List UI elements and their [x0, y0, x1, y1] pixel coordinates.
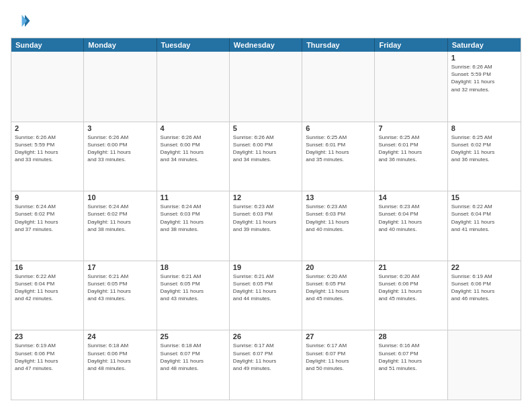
calendar-cell: 21Sunrise: 6:20 AM Sunset: 6:06 PM Dayli… — [375, 261, 447, 330]
calendar-cell — [84, 52, 157, 122]
calendar-cell — [375, 52, 447, 122]
calendar-cell: 15Sunrise: 6:22 AM Sunset: 6:04 PM Dayli… — [448, 191, 521, 261]
calendar-cell: 14Sunrise: 6:23 AM Sunset: 6:04 PM Dayli… — [375, 191, 447, 261]
day-info: Sunrise: 6:25 AM Sunset: 6:02 PM Dayligh… — [451, 134, 517, 164]
calendar-cell: 23Sunrise: 6:19 AM Sunset: 6:06 PM Dayli… — [11, 330, 84, 400]
calendar-cell: 4Sunrise: 6:26 AM Sunset: 6:00 PM Daylig… — [157, 122, 230, 191]
day-info: Sunrise: 6:20 AM Sunset: 6:05 PM Dayligh… — [306, 273, 371, 303]
calendar-row: 1Sunrise: 6:26 AM Sunset: 5:59 PM Daylig… — [11, 52, 521, 122]
day-number: 10 — [87, 193, 152, 201]
day-info: Sunrise: 6:23 AM Sunset: 6:04 PM Dayligh… — [378, 203, 443, 233]
weekday-header: Wednesday — [230, 38, 302, 52]
calendar-row: 16Sunrise: 6:22 AM Sunset: 6:04 PM Dayli… — [11, 261, 521, 330]
calendar-header: SundayMondayTuesdayWednesdayThursdayFrid… — [11, 38, 521, 52]
day-number: 27 — [306, 332, 371, 340]
calendar-cell — [302, 52, 375, 122]
calendar-row: 2Sunrise: 6:26 AM Sunset: 5:59 PM Daylig… — [11, 122, 521, 191]
day-info: Sunrise: 6:21 AM Sunset: 6:05 PM Dayligh… — [161, 273, 226, 303]
weekday-header: Sunday — [11, 38, 84, 52]
day-info: Sunrise: 6:24 AM Sunset: 6:03 PM Dayligh… — [161, 203, 226, 233]
day-info: Sunrise: 6:25 AM Sunset: 6:01 PM Dayligh… — [306, 134, 371, 164]
day-number: 9 — [15, 193, 80, 201]
day-number: 19 — [233, 263, 298, 271]
calendar-cell: 12Sunrise: 6:23 AM Sunset: 6:03 PM Dayli… — [230, 191, 302, 261]
day-info: Sunrise: 6:21 AM Sunset: 6:05 PM Dayligh… — [233, 273, 298, 303]
day-info: Sunrise: 6:23 AM Sunset: 6:03 PM Dayligh… — [233, 203, 298, 233]
logo — [11, 11, 34, 31]
calendar-cell — [157, 52, 230, 122]
day-info: Sunrise: 6:20 AM Sunset: 6:06 PM Dayligh… — [378, 273, 443, 303]
day-info: Sunrise: 6:18 AM Sunset: 6:07 PM Dayligh… — [161, 342, 226, 372]
day-number: 1 — [451, 54, 517, 62]
weekday-header: Tuesday — [157, 38, 230, 52]
calendar-cell: 24Sunrise: 6:18 AM Sunset: 6:06 PM Dayli… — [84, 330, 157, 400]
day-number: 20 — [306, 263, 371, 271]
calendar-cell: 9Sunrise: 6:24 AM Sunset: 6:02 PM Daylig… — [11, 191, 84, 261]
calendar-cell: 11Sunrise: 6:24 AM Sunset: 6:03 PM Dayli… — [157, 191, 230, 261]
calendar-cell: 3Sunrise: 6:26 AM Sunset: 6:00 PM Daylig… — [84, 122, 157, 191]
calendar-cell: 13Sunrise: 6:23 AM Sunset: 6:03 PM Dayli… — [302, 191, 375, 261]
day-number: 15 — [451, 193, 517, 201]
day-info: Sunrise: 6:16 AM Sunset: 6:07 PM Dayligh… — [378, 342, 443, 372]
day-info: Sunrise: 6:26 AM Sunset: 6:00 PM Dayligh… — [87, 134, 152, 164]
day-number: 24 — [87, 332, 152, 340]
day-number: 2 — [15, 124, 80, 132]
day-info: Sunrise: 6:19 AM Sunset: 6:06 PM Dayligh… — [451, 273, 517, 303]
day-number: 4 — [161, 124, 226, 132]
calendar-cell — [230, 52, 302, 122]
calendar-cell: 17Sunrise: 6:21 AM Sunset: 6:05 PM Dayli… — [84, 261, 157, 330]
day-info: Sunrise: 6:17 AM Sunset: 6:07 PM Dayligh… — [306, 342, 371, 372]
day-number: 26 — [233, 332, 298, 340]
day-number: 23 — [15, 332, 80, 340]
day-number: 7 — [378, 124, 443, 132]
day-number: 12 — [233, 193, 298, 201]
calendar-cell: 10Sunrise: 6:24 AM Sunset: 6:02 PM Dayli… — [84, 191, 157, 261]
day-info: Sunrise: 6:24 AM Sunset: 6:02 PM Dayligh… — [87, 203, 152, 233]
calendar-cell: 28Sunrise: 6:16 AM Sunset: 6:07 PM Dayli… — [375, 330, 447, 400]
calendar-row: 9Sunrise: 6:24 AM Sunset: 6:02 PM Daylig… — [11, 191, 521, 261]
day-number: 22 — [451, 263, 517, 271]
day-number: 14 — [378, 193, 443, 201]
day-info: Sunrise: 6:18 AM Sunset: 6:06 PM Dayligh… — [87, 342, 152, 372]
calendar-cell: 2Sunrise: 6:26 AM Sunset: 5:59 PM Daylig… — [11, 122, 84, 191]
day-info: Sunrise: 6:23 AM Sunset: 6:03 PM Dayligh… — [306, 203, 371, 233]
calendar-cell: 16Sunrise: 6:22 AM Sunset: 6:04 PM Dayli… — [11, 261, 84, 330]
day-info: Sunrise: 6:22 AM Sunset: 6:04 PM Dayligh… — [451, 203, 517, 233]
header — [11, 11, 521, 31]
day-number: 28 — [378, 332, 443, 340]
calendar-cell: 5Sunrise: 6:26 AM Sunset: 6:00 PM Daylig… — [230, 122, 302, 191]
day-info: Sunrise: 6:26 AM Sunset: 5:59 PM Dayligh… — [15, 134, 80, 164]
calendar-cell — [11, 52, 84, 122]
calendar-body: 1Sunrise: 6:26 AM Sunset: 5:59 PM Daylig… — [11, 52, 521, 400]
calendar-cell — [448, 330, 521, 400]
day-number: 8 — [451, 124, 517, 132]
day-info: Sunrise: 6:26 AM Sunset: 5:59 PM Dayligh… — [451, 63, 517, 93]
weekday-header: Friday — [375, 38, 447, 52]
day-number: 25 — [161, 332, 226, 340]
calendar-cell: 20Sunrise: 6:20 AM Sunset: 6:05 PM Dayli… — [302, 261, 375, 330]
day-info: Sunrise: 6:26 AM Sunset: 6:00 PM Dayligh… — [233, 134, 298, 164]
calendar-cell: 6Sunrise: 6:25 AM Sunset: 6:01 PM Daylig… — [302, 122, 375, 191]
weekday-header: Monday — [84, 38, 157, 52]
day-number: 3 — [87, 124, 152, 132]
day-info: Sunrise: 6:17 AM Sunset: 6:07 PM Dayligh… — [233, 342, 298, 372]
weekday-header: Saturday — [448, 38, 521, 52]
day-number: 18 — [161, 263, 226, 271]
day-number: 6 — [306, 124, 371, 132]
calendar-cell: 19Sunrise: 6:21 AM Sunset: 6:05 PM Dayli… — [230, 261, 302, 330]
weekday-header: Thursday — [302, 38, 375, 52]
day-info: Sunrise: 6:24 AM Sunset: 6:02 PM Dayligh… — [15, 203, 80, 233]
day-info: Sunrise: 6:22 AM Sunset: 6:04 PM Dayligh… — [15, 273, 80, 303]
day-number: 16 — [15, 263, 80, 271]
calendar-cell: 8Sunrise: 6:25 AM Sunset: 6:02 PM Daylig… — [448, 122, 521, 191]
day-info: Sunrise: 6:21 AM Sunset: 6:05 PM Dayligh… — [87, 273, 152, 303]
day-number: 11 — [161, 193, 226, 201]
day-info: Sunrise: 6:26 AM Sunset: 6:00 PM Dayligh… — [161, 134, 226, 164]
calendar-cell: 7Sunrise: 6:25 AM Sunset: 6:01 PM Daylig… — [375, 122, 447, 191]
day-number: 5 — [233, 124, 298, 132]
calendar-row: 23Sunrise: 6:19 AM Sunset: 6:06 PM Dayli… — [11, 330, 521, 400]
day-info: Sunrise: 6:25 AM Sunset: 6:01 PM Dayligh… — [378, 134, 443, 164]
day-number: 13 — [306, 193, 371, 201]
calendar: SundayMondayTuesdayWednesdayThursdayFrid… — [11, 38, 521, 400]
page: SundayMondayTuesdayWednesdayThursdayFrid… — [0, 0, 532, 411]
